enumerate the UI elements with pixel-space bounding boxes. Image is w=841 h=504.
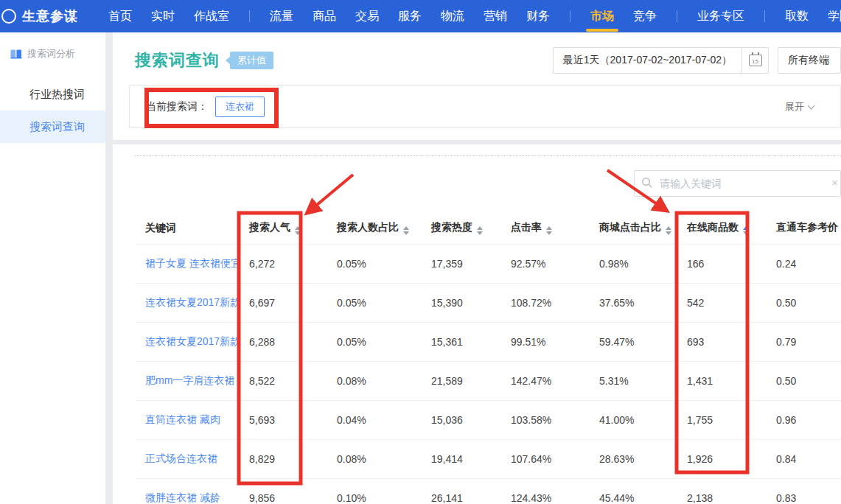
value-cell: 21,589: [411, 361, 484, 400]
table-row: 微胖连衣裙 减龄9,8560.10%26,141124.43%45.44%2,1…: [135, 478, 841, 504]
current-search-label: 当前搜索词：: [146, 100, 208, 113]
sort-icon[interactable]: [743, 226, 749, 235]
nav-item[interactable]: 作战室: [194, 0, 229, 32]
top-navbar: 生意参谋 首页实时作战室流量商品交易服务物流营销财务市场竞争业务专区取数学院: [0, 0, 841, 32]
value-cell: 693: [676, 322, 750, 361]
keyword-link[interactable]: 裙子女夏 连衣裙便宜5...: [145, 257, 237, 269]
column-header[interactable]: 搜索热度: [411, 213, 484, 244]
value-cell: 6,697: [237, 283, 307, 322]
table-row: 直筒连衣裙 藏肉5,6930.04%15,036103.58%41.00%1,7…: [135, 400, 841, 439]
column-header[interactable]: 点击率: [484, 213, 558, 244]
keyword-link[interactable]: 连衣裙女夏2017新款...: [145, 335, 237, 347]
keyword-cell[interactable]: 肥mm一字肩连衣裙: [135, 361, 237, 400]
nav-item[interactable]: 竞争: [633, 0, 657, 32]
column-header[interactable]: 在线商品数: [676, 213, 750, 244]
nav-item[interactable]: 物流: [441, 0, 464, 32]
value-cell: 15,390: [411, 283, 484, 322]
sidebar-section-header: 搜索词分析: [0, 32, 105, 78]
value-cell: 26,141: [411, 478, 484, 504]
value-cell: 8,829: [237, 439, 307, 478]
page-layout: 搜索词分析 行业热搜词搜索词查询 搜索词查询 累计值 最近1天（2017-07-…: [0, 32, 841, 504]
table-section: × 关键词搜索人气搜索人数占比搜索热度点击率商城点击占比在线商品数直通车参考价 …: [113, 144, 841, 504]
column-header[interactable]: 搜索人数占比: [307, 213, 411, 244]
column-header[interactable]: 商城点击占比: [558, 213, 676, 244]
header-section: 搜索词查询 累计值 最近1天（2017-07-02~2017-07-02） 15…: [113, 32, 841, 140]
value-cell: 0.98%: [558, 244, 676, 283]
sidebar-menu: 行业热搜词搜索词查询: [0, 78, 105, 143]
page-title: 搜索词查询: [135, 49, 220, 71]
nav-item[interactable]: 交易: [355, 0, 379, 32]
nav-item[interactable]: 流量: [270, 0, 293, 32]
app-logo[interactable]: 生意参谋: [10, 7, 78, 25]
value-cell: 9,856: [237, 478, 307, 504]
current-search-term-tag[interactable]: 连衣裙: [215, 97, 265, 117]
value-cell: 8,522: [237, 361, 307, 400]
nav-item[interactable]: 营销: [484, 0, 507, 32]
value-cell: 142.47%: [484, 361, 558, 400]
keyword-link[interactable]: 正式场合连衣裙: [145, 452, 217, 464]
nav-item[interactable]: 商品: [313, 0, 336, 32]
table-row: 连衣裙女夏2017新款...6,6970.05%15,390108.72%37.…: [135, 283, 841, 322]
table-row: 肥mm一字肩连衣裙8,5220.08%21,589142.47%5.31%1,4…: [135, 361, 841, 400]
value-cell: 5,693: [237, 400, 307, 439]
terminal-filter-dropdown[interactable]: 所有终端: [778, 47, 841, 74]
table-body: 裙子女夏 连衣裙便宜5...6,2720.05%17,35992.57%0.98…: [135, 244, 841, 504]
keyword-link[interactable]: 连衣裙女夏2017新款...: [145, 296, 237, 308]
date-range-picker[interactable]: 最近1天（2017-07-02~2017-07-02） 15: [553, 47, 769, 74]
value-cell: 92.57%: [484, 244, 558, 283]
nav-item[interactable]: 市场: [590, 0, 614, 32]
sidebar-item[interactable]: 行业热搜词: [0, 78, 105, 111]
clear-icon[interactable]: ×: [831, 176, 838, 189]
sort-icon[interactable]: [666, 226, 671, 235]
sort-icon[interactable]: [546, 226, 552, 235]
keyword-search: ×: [634, 170, 841, 197]
value-cell: 59.47%: [558, 322, 676, 361]
value-cell: 166: [676, 244, 750, 283]
book-icon: [10, 49, 22, 59]
keyword-cell[interactable]: 裙子女夏 连衣裙便宜5...: [135, 244, 237, 283]
expand-link[interactable]: 展开: [785, 100, 814, 113]
app-logo-text: 生意参谋: [22, 7, 78, 25]
value-cell: 0.83: [750, 478, 841, 504]
sort-icon[interactable]: [295, 226, 301, 235]
keyword-link[interactable]: 肥mm一字肩连衣裙: [145, 374, 234, 386]
column-label: 点击率: [511, 221, 542, 233]
table-row: 连衣裙女夏2017新款...6,2880.05%15,36199.51%59.4…: [135, 322, 841, 361]
nav-item[interactable]: 取数: [785, 0, 809, 32]
keyword-cell[interactable]: 直筒连衣裙 藏肉: [135, 400, 237, 439]
table-row: 裙子女夏 连衣裙便宜5...6,2720.05%17,35992.57%0.98…: [135, 244, 841, 283]
value-cell: 0.50: [750, 283, 841, 322]
column-header[interactable]: 搜索人气: [237, 213, 307, 244]
nav-item[interactable]: 实时: [151, 0, 175, 32]
nav-divider: [764, 10, 765, 22]
nav-item[interactable]: 学院: [828, 0, 841, 32]
keyword-cell[interactable]: 微胖连衣裙 减龄: [135, 478, 237, 504]
value-cell: 1,755: [676, 400, 750, 439]
keyword-link[interactable]: 直筒连衣裙 藏肉: [145, 413, 220, 425]
sort-icon[interactable]: [477, 226, 483, 235]
header-controls: 最近1天（2017-07-02~2017-07-02） 15 所有终端: [553, 47, 841, 74]
nav-item[interactable]: 财务: [526, 0, 550, 32]
nav-item[interactable]: 业务专区: [697, 0, 744, 32]
value-cell: 99.51%: [484, 322, 558, 361]
calendar-icon: 15: [749, 55, 762, 66]
nav-item[interactable]: 首页: [108, 0, 132, 32]
value-cell: 0.04%: [307, 400, 411, 439]
keyword-link[interactable]: 微胖连衣裙 减龄: [145, 491, 220, 503]
sidebar-item[interactable]: 搜索词查询: [0, 111, 105, 143]
sort-icon[interactable]: [403, 226, 409, 235]
keyword-cell[interactable]: 连衣裙女夏2017新款...: [135, 322, 237, 361]
nav-item[interactable]: 服务: [398, 0, 422, 32]
keyword-cell[interactable]: 连衣裙女夏2017新款...: [135, 283, 237, 322]
column-header: 关键词: [135, 213, 237, 244]
value-cell: 19,414: [411, 439, 484, 478]
column-header[interactable]: 直通车参考价: [750, 213, 841, 244]
value-cell: 0.08%: [307, 439, 411, 478]
title-row: 搜索词查询 累计值 最近1天（2017-07-02~2017-07-02） 15…: [135, 47, 841, 74]
nav-divider: [570, 10, 570, 22]
search-input[interactable]: [634, 170, 841, 197]
value-cell: 0.84: [750, 439, 841, 478]
keyword-cell[interactable]: 正式场合连衣裙: [135, 439, 237, 478]
sidebar-section-title: 搜索词分析: [27, 47, 75, 60]
calendar-button[interactable]: 15: [741, 48, 768, 73]
